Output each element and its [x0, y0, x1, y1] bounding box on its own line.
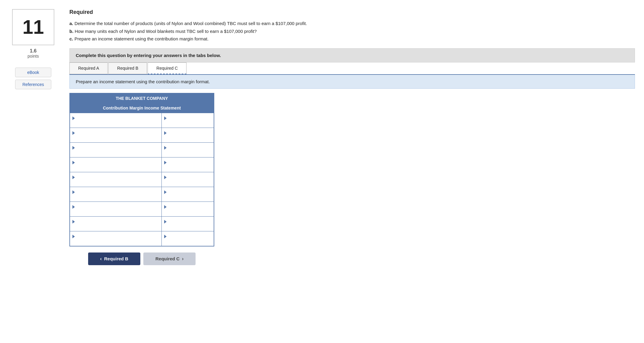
next-button-label: Required C	[155, 256, 180, 261]
row-8-col-1[interactable]	[70, 216, 161, 231]
points-label: 1.6 points	[27, 48, 39, 59]
tab-content-area: Prepare an income statement using the co…	[69, 75, 635, 89]
table-row	[70, 202, 214, 216]
arrow-icon	[72, 176, 75, 179]
part-b-text: How many units each of Nylon and Wool bl…	[75, 29, 257, 34]
row-9-input-1[interactable]	[72, 239, 159, 244]
row-2-input-2[interactable]	[164, 135, 211, 140]
row-9-input-2[interactable]	[164, 239, 211, 244]
arrow-icon	[164, 235, 167, 238]
arrow-icon	[164, 190, 167, 194]
row-7-input-1[interactable]	[72, 209, 159, 214]
table-row	[70, 113, 214, 128]
next-button[interactable]: Required C ›	[143, 252, 196, 265]
income-table: THE BLANKET COMPANY Contribution Margin …	[69, 93, 214, 246]
row-7-input-2[interactable]	[164, 209, 211, 214]
left-sidebar: 11 1.6 points eBook References	[0, 6, 66, 337]
nav-buttons-row: ‹ Required B Required C ›	[69, 252, 214, 265]
row-2-col-1[interactable]	[70, 128, 161, 142]
row-5-input-1[interactable]	[72, 180, 159, 185]
part-a-text: Determine the total number of products (…	[75, 21, 307, 26]
row-5-input-2[interactable]	[164, 180, 211, 185]
row-1-input-1[interactable]	[72, 121, 159, 125]
row-8-input-2[interactable]	[164, 224, 211, 229]
row-1-input-2[interactable]	[164, 121, 211, 125]
prev-button[interactable]: ‹ Required B	[88, 252, 140, 265]
row-5-col-2[interactable]	[161, 172, 214, 187]
question-text: a. Determine the total number of product…	[69, 20, 635, 43]
table-row	[70, 128, 214, 142]
row-2-input-1[interactable]	[72, 135, 159, 140]
references-button[interactable]: References	[15, 80, 51, 89]
row-8-input-1[interactable]	[72, 224, 159, 229]
ebook-button[interactable]: eBook	[15, 68, 51, 77]
part-a-label: a.	[69, 21, 73, 26]
table-row	[70, 157, 214, 172]
tabs-row: Required A Required B Required C	[69, 62, 635, 75]
points-value: 1.6	[30, 48, 37, 53]
tab-required-a[interactable]: Required A	[69, 62, 108, 74]
row-4-input-1[interactable]	[72, 165, 159, 170]
instruction-box: Complete this question by entering your …	[69, 48, 635, 62]
part-c-text: Prepare an income statement using the co…	[75, 36, 209, 41]
table-row	[70, 142, 214, 157]
row-4-col-2[interactable]	[161, 157, 214, 172]
row-6-col-1[interactable]	[70, 187, 161, 202]
arrow-icon	[72, 235, 75, 238]
row-9-col-1[interactable]	[70, 231, 161, 246]
row-5-col-1[interactable]	[70, 172, 161, 187]
row-3-input-1[interactable]	[72, 150, 159, 155]
row-6-col-2[interactable]	[161, 187, 214, 202]
arrow-icon	[72, 220, 75, 224]
question-part-b: b. How many units each of Nylon and Wool…	[69, 27, 635, 35]
row-6-input-2[interactable]	[164, 195, 211, 199]
tab-required-b[interactable]: Required B	[108, 62, 147, 74]
income-table-wrapper: THE BLANKET COMPANY Contribution Margin …	[69, 93, 635, 265]
arrow-icon	[164, 205, 167, 209]
table-row	[70, 172, 214, 187]
row-4-col-1[interactable]	[70, 157, 161, 172]
table-header-row-2: Contribution Margin Income Statement	[70, 103, 214, 113]
table-title: THE BLANKET COMPANY	[70, 93, 214, 103]
arrow-icon	[164, 220, 167, 224]
tab-instruction: Prepare an income statement using the co…	[76, 79, 210, 84]
table-row	[70, 216, 214, 231]
table-header-row-1: THE BLANKET COMPANY	[70, 93, 214, 103]
arrow-icon	[164, 116, 167, 120]
chevron-right-icon: ›	[182, 256, 183, 262]
question-part-a: a. Determine the total number of product…	[69, 20, 635, 27]
prev-button-label: Required B	[104, 256, 128, 261]
row-7-col-1[interactable]	[70, 202, 161, 216]
row-3-col-2[interactable]	[161, 142, 214, 157]
table-row	[70, 187, 214, 202]
chevron-left-icon: ‹	[100, 256, 102, 262]
row-8-col-2[interactable]	[161, 216, 214, 231]
question-part-c: c. Prepare an income statement using the…	[69, 35, 635, 43]
row-7-col-2[interactable]	[161, 202, 214, 216]
arrow-icon	[72, 190, 75, 194]
row-4-input-2[interactable]	[164, 165, 211, 170]
question-number: 11	[12, 9, 54, 45]
page-wrapper: 11 1.6 points eBook References Required …	[0, 0, 644, 343]
arrow-icon	[164, 176, 167, 179]
row-2-col-2[interactable]	[161, 128, 214, 142]
row-9-col-2[interactable]	[161, 231, 214, 246]
main-content: Required a. Determine the total number o…	[66, 6, 644, 337]
required-title: Required	[69, 9, 635, 15]
row-3-input-2[interactable]	[164, 150, 211, 155]
tab-required-c[interactable]: Required C	[148, 62, 187, 74]
row-3-col-1[interactable]	[70, 142, 161, 157]
table-subtitle: Contribution Margin Income Statement	[70, 103, 214, 113]
points-text: points	[27, 54, 39, 59]
instruction-text: Complete this question by entering your …	[76, 53, 221, 58]
arrow-icon	[72, 146, 75, 150]
row-1-col-1[interactable]	[70, 113, 161, 128]
row-6-input-1[interactable]	[72, 195, 159, 199]
row-1-col-2[interactable]	[161, 113, 214, 128]
part-b-label: b.	[69, 29, 73, 34]
arrow-icon	[72, 116, 75, 120]
arrow-icon	[72, 131, 75, 135]
arrow-icon	[72, 161, 75, 164]
arrow-icon	[164, 146, 167, 150]
arrow-icon	[72, 205, 75, 209]
